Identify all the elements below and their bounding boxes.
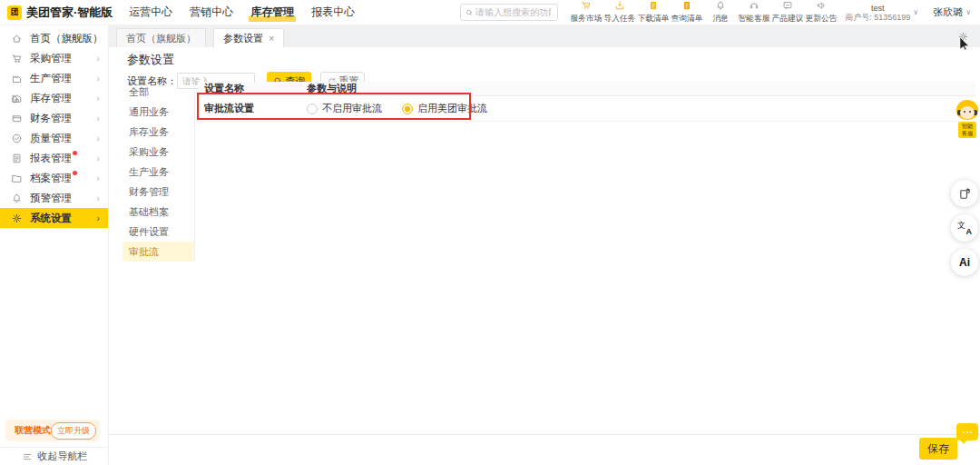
- account-name: test: [871, 4, 885, 13]
- setting-name-cell: 审批流设置: [198, 102, 300, 115]
- save-button[interactable]: 保存: [919, 438, 957, 460]
- category-item-finance[interactable]: 财务管理: [122, 182, 194, 202]
- category-list: 全部 通用业务 库存业务 采购业务 生产业务 财务管理 基础档案 硬件设置 审批…: [122, 82, 195, 262]
- settings-table: 设置名称 参数与说明 审批流设置 不启用审批流 启用美团审批流: [198, 82, 975, 122]
- close-tab-icon[interactable]: ×: [269, 33, 274, 44]
- sidebar-item-archives[interactable]: 档案管理 ›: [0, 168, 108, 188]
- column-header-parameters: 参数与说明: [300, 82, 357, 95]
- sidebar-item-production[interactable]: 生产管理 ›: [0, 68, 108, 88]
- category-item-approval-flow[interactable]: 审批流: [122, 242, 194, 262]
- column-header-setting-name: 设置名称: [198, 82, 300, 95]
- nav-marketing-center[interactable]: 营销中心: [188, 3, 235, 22]
- category-item-production[interactable]: 生产业务: [122, 162, 194, 182]
- sidebar-item-reports[interactable]: 报表管理 ›: [0, 148, 108, 168]
- nav-report-center[interactable]: 报表中心: [309, 3, 357, 22]
- translate-icon: 文 A: [957, 221, 972, 235]
- tab-options-gear-icon[interactable]: [957, 31, 969, 43]
- sidebar-item-quality[interactable]: 质量管理 ›: [0, 128, 108, 148]
- float-translate-button[interactable]: 文 A: [951, 214, 978, 242]
- assistant-mascot[interactable]: 智能 客服: [955, 100, 980, 140]
- category-item-general[interactable]: 通用业务: [122, 102, 194, 122]
- global-search-input[interactable]: [474, 6, 553, 18]
- chevron-down-icon: ∨: [913, 8, 918, 16]
- tab-home[interactable]: 首页（旗舰版）: [116, 28, 206, 47]
- radio-enable-meituan-approval-flow[interactable]: 启用美团审批流: [402, 102, 487, 115]
- nav-inventory-management[interactable]: 库存管理: [249, 3, 296, 22]
- mode-label: 联营模式: [15, 424, 51, 437]
- app-logo[interactable]: 团 美团管家·智能版: [7, 5, 113, 21]
- chevron-right-icon: ›: [96, 73, 100, 84]
- app-title: 美团管家·智能版: [26, 5, 113, 21]
- qa-messages[interactable]: 消息: [703, 0, 737, 25]
- upgrade-banner: 联营模式 立即升级: [5, 420, 100, 441]
- user-name: 张欣璐: [933, 5, 963, 19]
- search-icon: [466, 8, 474, 17]
- category-item-all[interactable]: 全部: [122, 82, 194, 102]
- translate-page-icon: [958, 187, 972, 201]
- qa-query-list[interactable]: 查询清单: [670, 0, 703, 25]
- warehouse-icon: [11, 93, 23, 104]
- sidebar-item-alerts[interactable]: 预警管理 ›: [0, 188, 108, 208]
- category-item-hardware[interactable]: 硬件设置: [122, 222, 194, 242]
- sidebar-item-home[interactable]: 首页（旗舰版）: [0, 28, 108, 48]
- radio-disable-approval-flow[interactable]: 不启用审批流: [307, 102, 382, 115]
- float-translate-page-button[interactable]: [951, 180, 978, 207]
- global-search-box[interactable]: [460, 4, 558, 21]
- radio-unchecked-icon[interactable]: [307, 104, 318, 114]
- sidebar-item-system-settings[interactable]: 系统设置 ›: [0, 208, 108, 228]
- qa-update-announcements[interactable]: 更新公告: [804, 0, 838, 25]
- import-icon: [614, 0, 625, 11]
- wallet-icon: [11, 113, 23, 124]
- notification-dot: [73, 171, 77, 175]
- gear-icon: [11, 213, 23, 224]
- setting-options-cell: 不启用审批流 启用美团审批流: [300, 102, 507, 115]
- bell-icon: [715, 0, 726, 11]
- query-list-icon: [681, 0, 692, 11]
- sidebar-item-procurement[interactable]: 采购管理 ›: [0, 48, 108, 68]
- meituan-logo-icon: 团: [7, 5, 22, 20]
- qa-smart-service[interactable]: 智能客服: [737, 0, 770, 25]
- account-switcher[interactable]: test 商户号: 51356199 ∨: [845, 4, 918, 22]
- headset-icon: [749, 0, 760, 11]
- collapse-menu-icon: [22, 451, 33, 462]
- qa-product-suggestion[interactable]: 产品建议: [770, 0, 804, 25]
- mascot-face: [960, 106, 975, 119]
- chevron-right-icon: ›: [96, 113, 100, 124]
- suggestion-icon: [782, 0, 793, 11]
- radio-checked-icon[interactable]: [402, 104, 413, 114]
- user-menu[interactable]: 张欣璐 ∨: [933, 5, 971, 19]
- category-item-basic-archives[interactable]: 基础档案: [122, 202, 194, 222]
- category-item-inventory[interactable]: 库存业务: [122, 122, 194, 142]
- folder-icon: [11, 173, 23, 184]
- announcement-icon: [816, 0, 827, 11]
- check-circle-icon: [11, 133, 23, 144]
- sidebar-item-finance[interactable]: 财务管理 ›: [0, 108, 108, 128]
- smart-service-badge: 智能 客服: [957, 121, 977, 139]
- chevron-right-icon: ›: [96, 173, 100, 183]
- report-document-icon: [11, 153, 23, 164]
- chevron-right-icon: ›: [96, 153, 100, 163]
- qa-download-list[interactable]: 下载清单: [636, 0, 670, 25]
- qa-service-market[interactable]: 服务市场: [569, 0, 603, 25]
- nav-operations-center[interactable]: 运营中心: [127, 3, 174, 22]
- chat-bubble-button[interactable]: [956, 423, 978, 440]
- chevron-right-icon: ›: [96, 133, 100, 143]
- sidebar-item-inventory[interactable]: 库存管理 ›: [0, 88, 108, 108]
- header-quick-actions: 服务市场 导入任务 下载清单 查询清单: [569, 0, 838, 25]
- chevron-right-icon: ›: [96, 93, 100, 104]
- qa-import-tasks[interactable]: 导入任务: [603, 0, 636, 25]
- category-item-procurement[interactable]: 采购业务: [122, 142, 194, 162]
- float-ai-button[interactable]: Ai: [951, 249, 978, 276]
- collapse-sidebar-button[interactable]: 收起导航栏: [0, 447, 109, 465]
- chevron-right-icon: ›: [96, 213, 100, 223]
- upgrade-now-button[interactable]: 立即升级: [51, 422, 96, 440]
- tab-parameter-settings[interactable]: 参数设置 ×: [213, 28, 284, 47]
- left-sidebar: 首页（旗舰版） 采购管理 › 生产管理 › 库存管理: [0, 25, 109, 465]
- app-root: 团 美团管家·智能版 运营中心 营销中心 库存管理 报表中心 服务市场: [0, 0, 980, 465]
- cart-icon: [581, 0, 592, 11]
- page-title: 参数设置: [127, 52, 174, 68]
- parameter-settings-page: 参数设置 设置名称： 查询 重置 全部 通用业务 库存业务 采购业务 生产业务 …: [109, 47, 980, 465]
- merchant-id: 商户号: 51356199: [845, 13, 910, 22]
- top-nav: 运营中心 营销中心 库存管理 报表中心: [127, 3, 370, 22]
- alarm-icon: [11, 193, 23, 204]
